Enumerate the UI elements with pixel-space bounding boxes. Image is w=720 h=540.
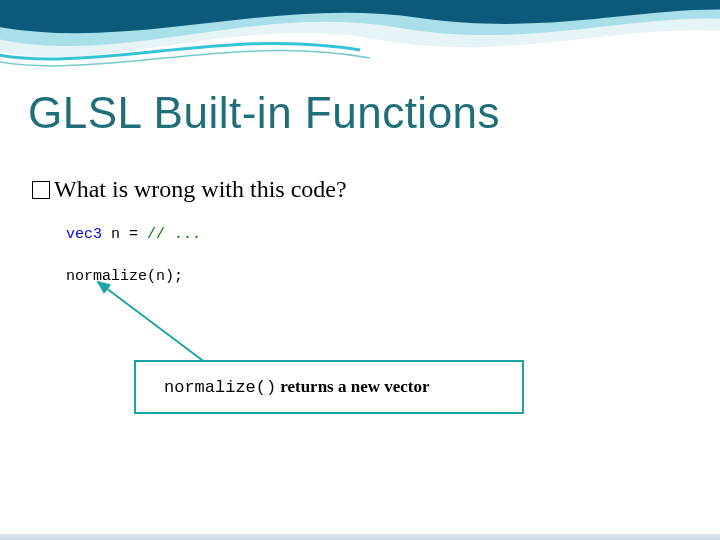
slide: GLSL Built-in Functions What is wrong wi… (0, 0, 720, 540)
bullet-line: What is wrong with this code? (32, 176, 347, 203)
code-keyword: vec3 (66, 226, 102, 243)
code-text: n = (102, 226, 147, 243)
code-line-2: normalize(n); (66, 268, 183, 285)
bullet-text: What is wrong with this code? (54, 176, 347, 203)
slide-title: GLSL Built-in Functions (28, 88, 500, 138)
svg-line-0 (98, 282, 210, 366)
callout-text: returns a new vector (280, 377, 429, 397)
code-comment: // ... (147, 226, 201, 243)
bullet-box-icon (32, 181, 50, 199)
callout-code: normalize() (164, 378, 276, 397)
footer-decoration (0, 534, 720, 540)
code-line-1: vec3 n = // ... (66, 226, 201, 243)
callout-box: normalize() returns a new vector (134, 360, 524, 414)
